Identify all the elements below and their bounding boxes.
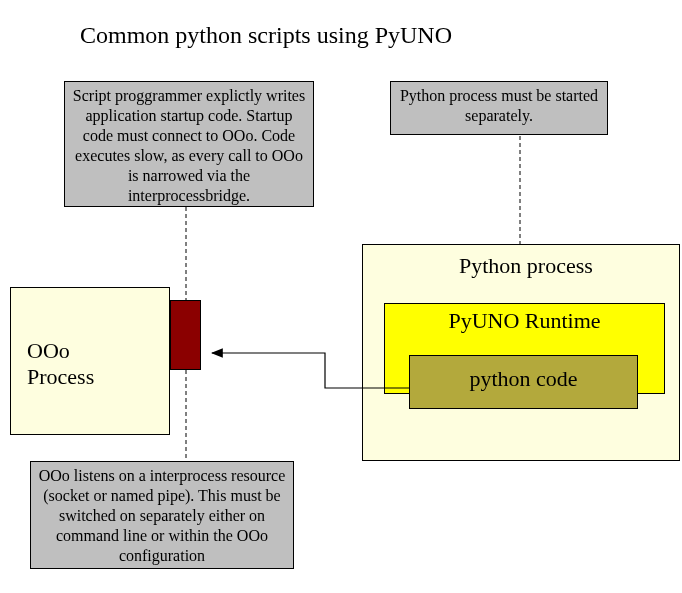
- python-code-label: python code: [469, 366, 577, 391]
- diagram-title: Common python scripts using PyUNO: [80, 22, 452, 49]
- ooo-process-label-l1: OOo: [27, 338, 70, 363]
- note-script-programmer: Script proggrammer explictly writes appl…: [64, 81, 314, 207]
- interprocess-bridge-box: [170, 300, 201, 370]
- note-python-separately: Python process must be started separatel…: [390, 81, 608, 135]
- ooo-process-label-l2: Process: [27, 364, 94, 389]
- note-ooo-listens: OOo listens on a interprocess resource (…: [30, 461, 294, 569]
- python-code-box: python code: [409, 355, 638, 409]
- python-process-label: Python process: [459, 253, 593, 279]
- pyuno-runtime-label: PyUNO Runtime: [448, 308, 600, 333]
- ooo-process-box: OOo Process: [10, 287, 170, 435]
